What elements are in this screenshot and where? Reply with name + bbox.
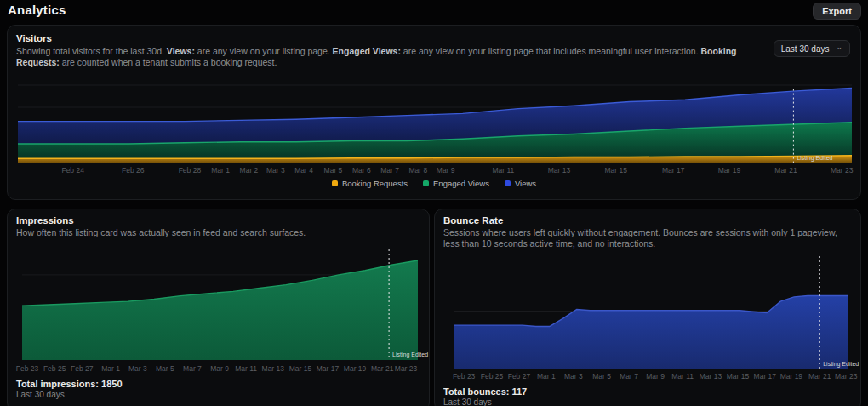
x-tick-label: Mar 1 xyxy=(537,372,556,380)
x-tick-label: Mar 8 xyxy=(409,166,428,174)
x-tick-label: Mar 15 xyxy=(289,364,311,373)
bounce-rate-period: Last 30 days xyxy=(443,397,492,406)
x-tick-label: Mar 15 xyxy=(604,166,626,174)
x-tick-label: Mar 7 xyxy=(380,166,399,174)
x-tick-label: Mar 5 xyxy=(156,364,174,373)
x-tick-label: Mar 9 xyxy=(437,166,455,174)
x-tick-label: Mar 17 xyxy=(317,364,339,373)
x-tick-label: Mar 15 xyxy=(727,372,749,380)
x-tick-label: Mar 2 xyxy=(240,166,259,174)
bounce-rate-description: Sessions where users left quickly withou… xyxy=(443,227,850,249)
impressions-period: Last 30 days xyxy=(16,390,65,399)
x-tick-label: Mar 9 xyxy=(646,372,665,380)
x-tick-label: Mar 9 xyxy=(210,364,229,373)
impressions-total: Total impressions: 1850 xyxy=(16,379,123,389)
x-tick-label: Mar 13 xyxy=(548,166,570,174)
x-tick-label: Mar 21 xyxy=(808,372,831,380)
visitors-chart[interactable]: Listing Edited xyxy=(18,66,852,163)
x-tick-label: Mar 21 xyxy=(371,364,393,373)
x-tick-label: Mar 21 xyxy=(774,166,797,174)
impressions-title: Impressions xyxy=(16,215,74,226)
x-tick-label: Feb 23 xyxy=(453,372,475,380)
x-tick-label: Mar 17 xyxy=(754,372,776,380)
x-tick-label: Feb 27 xyxy=(508,372,530,380)
x-tick-label: Feb 27 xyxy=(71,364,93,373)
x-tick-label: Mar 4 xyxy=(294,166,313,174)
x-tick-label: Mar 11 xyxy=(671,372,694,380)
x-tick-label: Mar 1 xyxy=(211,166,230,174)
legend-swatch xyxy=(423,180,429,186)
x-tick-label: Feb 28 xyxy=(179,166,201,174)
legend-label: Engaged Views xyxy=(433,179,489,188)
x-tick-label: Mar 23 xyxy=(395,364,417,373)
x-tick-label: Mar 23 xyxy=(835,372,857,380)
bounce-rate-chart[interactable]: Listing Edited xyxy=(454,256,848,369)
x-tick-label: Mar 13 xyxy=(262,364,284,373)
x-tick-label: Mar 19 xyxy=(344,364,366,373)
impressions-chart[interactable]: Listing Edited xyxy=(22,249,418,360)
legend-item[interactable]: Booking Requests xyxy=(332,179,408,188)
x-tick-label: Mar 5 xyxy=(592,372,611,380)
bounce-rate-x-axis: Feb 23Feb 25Feb 27Mar 1Mar 3Mar 5Mar 7Ma… xyxy=(454,372,848,380)
x-tick-label: Mar 11 xyxy=(492,166,514,174)
visitors-card: Visitors Showing total visitors for the … xyxy=(7,25,861,200)
x-tick-label: Mar 11 xyxy=(235,364,257,373)
legend-item[interactable]: Views xyxy=(505,179,536,188)
visitors-legend: Booking RequestsEngaged ViewsViews xyxy=(8,179,860,188)
bounce-rate-card: Bounce Rate Sessions where users left qu… xyxy=(434,209,861,406)
x-tick-label: Mar 17 xyxy=(662,166,684,174)
legend-label: Views xyxy=(515,179,536,188)
bounce-rate-total: Total bounces: 117 xyxy=(443,386,527,397)
export-button[interactable]: Export xyxy=(813,3,861,20)
visitors-title: Visitors xyxy=(16,33,52,43)
chevron-down-icon: ⌄ xyxy=(836,43,842,50)
x-tick-label: Mar 13 xyxy=(700,372,722,380)
x-tick-label: Mar 3 xyxy=(128,364,147,373)
legend-label: Booking Requests xyxy=(342,179,408,188)
impressions-description: How often this listing card was actually… xyxy=(16,227,416,238)
legend-swatch xyxy=(505,180,511,186)
x-tick-label: Feb 25 xyxy=(481,372,503,380)
x-tick-label: Feb 25 xyxy=(43,364,66,373)
visitors-x-axis: Feb 24Feb 26Feb 28Mar 1Mar 2Mar 3Mar 4Ma… xyxy=(18,166,852,174)
x-tick-label: Mar 6 xyxy=(352,166,371,174)
x-tick-label: Mar 7 xyxy=(183,364,202,373)
page-title: Analytics xyxy=(8,3,66,17)
bounce-rate-title: Bounce Rate xyxy=(443,215,503,226)
x-tick-label: Feb 24 xyxy=(61,166,83,174)
x-tick-label: Mar 1 xyxy=(101,364,120,373)
x-tick-label: Mar 19 xyxy=(780,372,802,380)
x-tick-label: Mar 19 xyxy=(718,166,740,174)
legend-item[interactable]: Engaged Views xyxy=(423,179,489,188)
date-range-value: Last 30 days xyxy=(781,44,830,54)
x-tick-label: Mar 5 xyxy=(324,166,343,174)
date-range-select[interactable]: Last 30 days ⌄ xyxy=(774,40,850,57)
legend-swatch xyxy=(332,180,338,186)
x-tick-label: Feb 26 xyxy=(122,166,144,174)
x-tick-label: Mar 23 xyxy=(831,166,853,174)
impressions-x-axis: Feb 23Feb 25Feb 27Mar 1Mar 3Mar 5Mar 7Ma… xyxy=(22,364,418,373)
x-tick-label: Mar 3 xyxy=(266,166,285,174)
x-tick-label: Mar 3 xyxy=(564,372,583,380)
impressions-card: Impressions How often this listing card … xyxy=(7,209,430,406)
analytics-page: Analytics Export Visitors Showing total … xyxy=(0,0,868,406)
x-tick-label: Mar 7 xyxy=(620,372,638,380)
x-tick-label: Feb 23 xyxy=(16,364,38,373)
